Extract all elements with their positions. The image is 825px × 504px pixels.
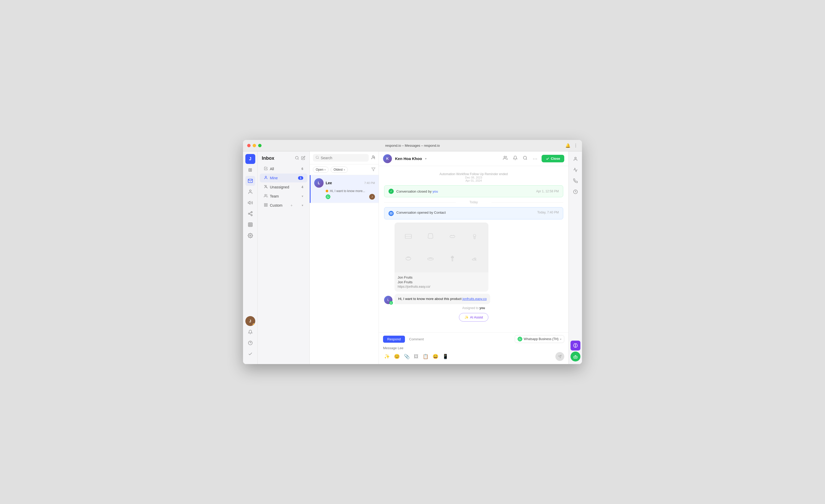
- close-button[interactable]: Close: [541, 155, 564, 162]
- unassigned-icon: [264, 185, 268, 189]
- emoji-icon[interactable]: 😊: [393, 353, 401, 360]
- add-contact-icon[interactable]: [371, 155, 375, 161]
- svg-point-12: [249, 235, 251, 236]
- magic-icon[interactable]: ✨: [383, 353, 391, 360]
- msg-bubble-lee: Hi, I want to know more about this produ…: [394, 294, 490, 304]
- inbox-nav-icon[interactable]: [245, 176, 255, 186]
- activity-icon[interactable]: [571, 165, 581, 175]
- icon-bar: J ⊞: [243, 151, 257, 364]
- phone-call-icon[interactable]: [571, 176, 581, 186]
- respond-tab[interactable]: Respond: [383, 336, 405, 343]
- svg-rect-36: [450, 236, 455, 238]
- sticker-icon[interactable]: 😄: [432, 353, 439, 360]
- contact-details-icon[interactable]: [571, 154, 581, 164]
- checkmark-icon[interactable]: [245, 349, 255, 359]
- svg-point-42: [428, 258, 433, 260]
- search-input[interactable]: [321, 156, 366, 160]
- sidebar-item-team[interactable]: Team ▾: [260, 192, 307, 201]
- footer-toolbar: ✨ 😊 📎 🖼 📋 😄 📱: [383, 352, 564, 361]
- search-header-icon[interactable]: [295, 156, 299, 161]
- workflow-date1: Dec 08, 2023: [384, 176, 563, 179]
- compose-icon[interactable]: [301, 156, 305, 161]
- history-clock-icon[interactable]: [571, 187, 581, 197]
- sidebar-item-mine[interactable]: Mine 1: [260, 174, 307, 182]
- ai-sparkle-icon: ✨: [464, 315, 468, 319]
- product-img-7: [442, 248, 463, 269]
- minimize-traffic-light[interactable]: [253, 144, 256, 147]
- svg-point-31: [504, 156, 505, 158]
- contact-chevron-icon[interactable]: ▾: [425, 157, 427, 161]
- preview-dot: [326, 190, 328, 192]
- filter-funnel-icon[interactable]: [371, 167, 375, 172]
- bot-icon[interactable]: [571, 351, 581, 361]
- product-url: https://jonfruits.easy.co/: [398, 285, 485, 288]
- closed-actor[interactable]: you: [433, 189, 438, 193]
- fullscreen-traffic-light[interactable]: [258, 144, 261, 147]
- more-options-icon[interactable]: ⋯: [532, 155, 538, 163]
- all-count: 6: [301, 167, 303, 171]
- image-icon[interactable]: 🖼: [413, 353, 420, 360]
- mine-icon: [264, 176, 268, 180]
- help-icon[interactable]: [245, 338, 255, 348]
- footer-tabs: Respond Comment Whatsapp Business (TH) ▾: [383, 335, 564, 343]
- ai-assist-button[interactable]: ✨ AI Assist: [459, 313, 489, 322]
- user-avatar[interactable]: J: [245, 316, 255, 326]
- team-chevron-icon: ▾: [302, 194, 303, 198]
- ai-brain-icon[interactable]: [571, 341, 581, 350]
- user-initial[interactable]: J: [245, 154, 255, 164]
- chat-messages[interactable]: Automation Workflow Follow Up Reminder e…: [379, 166, 569, 332]
- conv-preview-lee: Hi, I want to know more...: [314, 189, 375, 193]
- reminder-icon[interactable]: [512, 155, 519, 163]
- svg-line-6: [249, 213, 251, 213]
- incoming-avatar-lee: L: [384, 296, 392, 304]
- sidebar-header-icons: [295, 156, 305, 161]
- attachment-icon[interactable]: 📎: [403, 353, 411, 360]
- chat-contact-avatar: K: [383, 154, 392, 163]
- today-divider: Today: [384, 200, 563, 204]
- conversation-item-lee[interactable]: L Lee 7:40 PM Hi, I want to know more...…: [310, 175, 379, 203]
- reports-nav-icon[interactable]: [245, 220, 255, 230]
- search-chat-icon[interactable]: [522, 155, 529, 163]
- app-window: respond.io – Messages – respond.io 🔔 ⋮ J…: [243, 140, 582, 364]
- contacts-nav-icon[interactable]: [245, 187, 255, 197]
- channel-chevron-icon: ▾: [560, 338, 561, 341]
- send-button[interactable]: [555, 352, 564, 361]
- sidebar-header: Inbox: [257, 156, 309, 164]
- workflows-nav-icon[interactable]: [245, 209, 255, 219]
- mine-label: Mine: [270, 176, 296, 180]
- assign-icon[interactable]: [502, 155, 509, 163]
- custom-icon: [264, 203, 268, 208]
- custom-label: Custom: [270, 203, 282, 207]
- product-card: Jon Fruits Jon Fruits https://jonfruits.…: [394, 223, 489, 291]
- close-traffic-light[interactable]: [247, 144, 250, 147]
- workflow-date2: Apr 01, 2024: [384, 179, 563, 182]
- sidebar-item-unassigned[interactable]: Unassigned 4: [260, 183, 307, 191]
- product-img-1: [398, 226, 419, 247]
- product-link[interactable]: jonfruits.easy.co: [462, 297, 486, 301]
- status-filter[interactable]: Open ▾: [313, 167, 328, 173]
- template-icon[interactable]: 📋: [422, 353, 430, 360]
- sidebar-item-custom[interactable]: Custom + ▾: [260, 201, 307, 210]
- grid-nav-icon[interactable]: ⊞: [245, 165, 255, 175]
- product-img-3: [442, 226, 463, 247]
- sort-filter[interactable]: Oldest ▾: [330, 167, 348, 173]
- broadcasts-nav-icon[interactable]: [245, 198, 255, 208]
- chat-footer: Respond Comment Whatsapp Business (TH) ▾: [379, 332, 569, 364]
- bell-icon[interactable]: 🔔: [565, 143, 571, 148]
- message-input[interactable]: [383, 345, 564, 352]
- audio-icon[interactable]: 📱: [441, 353, 449, 360]
- sort-chevron-icon: ▾: [344, 168, 345, 171]
- unassigned-label: Unassigned: [270, 185, 299, 189]
- channel-selector[interactable]: Whatsapp Business (TH) ▾: [515, 335, 564, 343]
- more-icon[interactable]: ⋮: [574, 143, 578, 148]
- search-box[interactable]: [313, 154, 369, 162]
- sidebar-item-all[interactable]: All 6: [260, 164, 307, 173]
- comment-tab[interactable]: Comment: [405, 336, 428, 343]
- product-card-inner: Jon Fruits Jon Fruits https://jonfruits.…: [394, 223, 489, 291]
- custom-plus-icon[interactable]: +: [291, 203, 293, 207]
- svg-marker-1: [248, 201, 250, 204]
- notifications-icon[interactable]: [245, 327, 255, 337]
- settings-nav-icon[interactable]: [245, 231, 255, 241]
- svg-point-27: [372, 156, 374, 157]
- product-name-1: Jon Fruits: [398, 275, 485, 279]
